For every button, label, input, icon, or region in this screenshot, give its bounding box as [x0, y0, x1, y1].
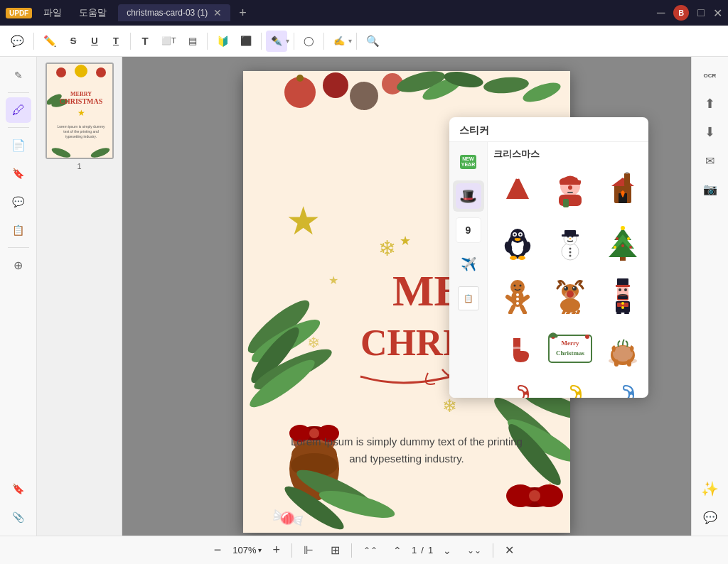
- last-page-button[interactable]: ⌄⌄: [461, 543, 487, 558]
- stamp-tool-btn[interactable]: 🔰: [212, 31, 234, 52]
- sticker-categories: NEWYEAR 🎩 9 ✈️: [449, 142, 488, 398]
- next-page-button[interactable]: ⌄: [437, 543, 457, 558]
- sticker-tree[interactable]: [599, 219, 647, 267]
- page-separator: /: [421, 545, 424, 555]
- search-tool-btn[interactable]: 🔍: [361, 31, 385, 52]
- right-sidebar-export[interactable]: ⬆: [697, 91, 723, 116]
- sticker-cat-travel[interactable]: ✈️: [453, 249, 484, 280]
- sidebar-highlight[interactable]: 🖊: [6, 97, 31, 123]
- sticker-snowman[interactable]: [546, 219, 594, 267]
- window-controls: ─ B □ ✕: [657, 5, 722, 21]
- svg-point-34: [245, 322, 305, 388]
- svg-point-68: [514, 172, 521, 179]
- first-page-button[interactable]: ⌃⌃: [358, 543, 383, 558]
- svg-point-70: [577, 175, 583, 180]
- app-logo: UPDF: [6, 8, 32, 18]
- sidebar-comments[interactable]: 💬: [6, 189, 31, 215]
- zoom-in-button[interactable]: +: [267, 541, 287, 560]
- menu-file[interactable]: 파일: [38, 6, 68, 19]
- sticker-turkey[interactable]: [599, 324, 647, 372]
- sidebar-edit-pdf[interactable]: ✎: [6, 63, 31, 88]
- sticker-reindeer[interactable]: [546, 271, 594, 320]
- pen-tool-btn[interactable]: ✒️: [266, 31, 287, 52]
- close-tab-button[interactable]: ✕: [213, 7, 222, 18]
- svg-point-108: [614, 246, 616, 249]
- svg-text:Lorem ipsum is simply dummy: Lorem ipsum is simply dummy: [57, 124, 105, 129]
- active-tab[interactable]: christmas-card-03 (1) ✕: [118, 4, 230, 21]
- svg-text:text of the printing and: text of the printing and: [63, 129, 99, 134]
- svg-point-61: [529, 490, 540, 501]
- fit-width-button[interactable]: ⊩: [298, 541, 319, 559]
- add-tab-button[interactable]: +: [239, 6, 247, 21]
- right-sidebar-chat[interactable]: 💬: [697, 504, 723, 530]
- underline-tool-btn[interactable]: U: [85, 31, 105, 52]
- sticker-grid: Merry Christmas: [493, 166, 643, 398]
- sticker-nutcracker[interactable]: [599, 271, 647, 320]
- text-insert-tool-btn[interactable]: T: [106, 31, 126, 52]
- sidebar-bottom-bookmark[interactable]: 🔖: [6, 476, 31, 501]
- close-window-button[interactable]: ✕: [713, 6, 722, 20]
- svg-rect-159: [627, 359, 631, 367]
- sticker-cat-new-year[interactable]: NEWYEAR: [453, 146, 484, 178]
- main-layout: ✎ 🖊 📄 🔖 💬 📋 ⊕ 🔖 📎: [0, 57, 728, 536]
- sticker-section-title: 크리스마스: [493, 148, 643, 161]
- content-area: ★ ❄ ❄ ❄ ❄ ❄ ❄ ★: [122, 57, 691, 536]
- svg-point-100: [569, 255, 572, 257]
- textarea-tool-btn[interactable]: ▤: [183, 31, 203, 52]
- sticker-merry-sign[interactable]: Merry Christmas: [546, 324, 594, 372]
- sidebar-layers[interactable]: ⊕: [6, 252, 31, 278]
- minimize-button[interactable]: ─: [657, 6, 665, 19]
- sticker-chimney[interactable]: [599, 166, 647, 215]
- svg-marker-66: [505, 175, 530, 202]
- sticker-cat-selected[interactable]: 🎩: [453, 180, 484, 212]
- page-thumbnail-1[interactable]: MERRY CHRISTMAS Lorem ipsum is simply du…: [46, 63, 114, 170]
- right-sidebar-ocr[interactable]: OCR: [697, 63, 723, 88]
- fit-page-button[interactable]: ⊞: [325, 541, 346, 559]
- sidebar-bottom-attach[interactable]: 📎: [6, 504, 31, 530]
- sticker-penguin[interactable]: [493, 219, 542, 267]
- sidebar-bookmarks[interactable]: 🔖: [6, 161, 31, 186]
- right-sidebar-import[interactable]: ⬇: [697, 119, 723, 145]
- svg-line-132: [573, 313, 574, 314]
- svg-point-143: [621, 302, 624, 305]
- svg-text:🍬: 🍬: [267, 497, 309, 533]
- sidebar-pages[interactable]: 📄: [6, 132, 31, 158]
- svg-point-23: [520, 79, 562, 106]
- zoom-out-button[interactable]: −: [208, 541, 228, 560]
- sticker-cat-notes[interactable]: 📋: [453, 283, 484, 314]
- sticker-santa-hat[interactable]: [493, 166, 542, 215]
- sticker-candy2[interactable]: [546, 376, 594, 398]
- sticker-gingerbread[interactable]: [493, 271, 542, 320]
- menu-help[interactable]: 도움말: [73, 6, 112, 19]
- text-tool-btn[interactable]: T: [135, 31, 155, 52]
- eraser-tool-btn[interactable]: ◯: [299, 31, 319, 52]
- sticker-santa[interactable]: [546, 166, 594, 215]
- sticker-candy3[interactable]: [599, 376, 647, 398]
- close-bottom-button[interactable]: ✕: [499, 541, 520, 559]
- textbox-tool-btn[interactable]: ⬜T: [156, 31, 181, 52]
- right-sidebar-email[interactable]: ✉: [697, 148, 723, 173]
- highlight-tool-btn[interactable]: ✏️: [38, 31, 62, 52]
- svg-point-157: [613, 346, 633, 362]
- svg-point-35: [250, 342, 336, 396]
- maximize-button[interactable]: □: [697, 6, 705, 19]
- prev-page-button[interactable]: ⌃: [387, 543, 407, 558]
- svg-point-107: [627, 237, 630, 240]
- signature-tool-btn[interactable]: ✍: [328, 31, 350, 52]
- svg-point-128: [573, 287, 574, 288]
- right-sidebar-ai[interactable]: ✨: [697, 476, 723, 501]
- zoom-dropdown-icon[interactable]: ▾: [258, 546, 262, 554]
- comment-tool-btn[interactable]: 💬: [6, 31, 29, 52]
- strikethrough-tool-btn[interactable]: S: [63, 31, 83, 52]
- shape-tool-btn[interactable]: ⬛: [235, 31, 257, 52]
- sticker-stocking[interactable]: [493, 324, 542, 372]
- sidebar-attachments[interactable]: 📋: [6, 217, 31, 243]
- svg-text:★: ★: [286, 199, 321, 243]
- sticker-cat-numbers[interactable]: 9: [453, 215, 484, 246]
- svg-text:❄: ❄: [542, 479, 558, 501]
- svg-point-3: [96, 67, 106, 77]
- sticker-candy1[interactable]: [493, 376, 542, 398]
- right-sidebar-camera[interactable]: 📷: [697, 176, 723, 202]
- user-avatar[interactable]: B: [673, 5, 689, 21]
- svg-text:typesetting industry.: typesetting industry.: [65, 134, 96, 139]
